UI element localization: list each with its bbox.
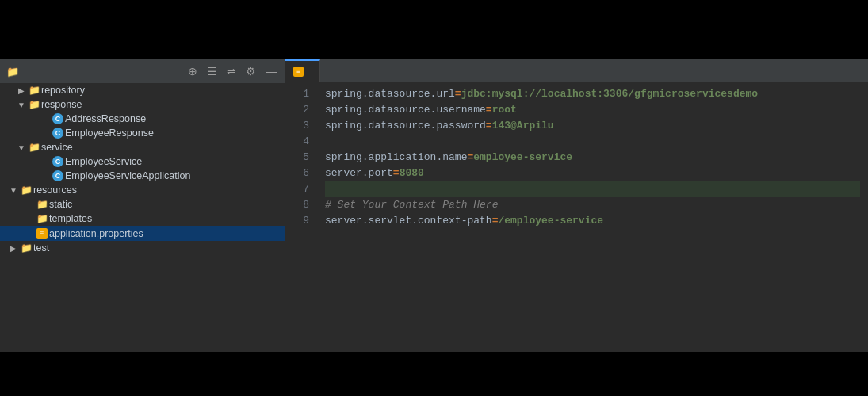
- label-AddressResponse: AddressResponse: [65, 113, 146, 124]
- code-span: spring.application.name: [325, 151, 467, 163]
- code-area[interactable]: spring.datasource.url=jdbc:mysql://local…: [317, 82, 868, 352]
- code-span: spring.datasource.password: [325, 120, 486, 131]
- line-num-2: 2: [285, 102, 317, 118]
- label-service: service: [41, 142, 73, 153]
- tree-item-EmployeeService[interactable]: C EmployeeService: [0, 154, 285, 169]
- label-resources: resources: [33, 185, 77, 196]
- collapse-all-icon[interactable]: ☰: [205, 64, 220, 78]
- tree-item-static[interactable]: 📁 static: [0, 197, 285, 211]
- icon-application.properties: ≡: [35, 227, 49, 239]
- code-span: 143@Arpilu: [492, 120, 554, 131]
- file-tree: ▶📁 repository▼📁 response C AddressRespon…: [0, 83, 285, 352]
- label-repository: repository: [41, 85, 85, 96]
- arrow-response: ▼: [16, 101, 27, 109]
- top-black-bar: [0, 0, 868, 59]
- icon-static: 📁: [35, 199, 49, 210]
- code-line-8: # Set Your Context Path Here: [325, 197, 860, 213]
- tree-item-test[interactable]: ▶📁 test: [0, 241, 285, 255]
- tree-item-AddressResponse[interactable]: C AddressResponse: [0, 112, 285, 126]
- code-span: server.port: [325, 167, 393, 179]
- line-num-3: 3: [285, 118, 317, 134]
- arrow-service: ▼: [16, 143, 27, 152]
- code-line-1: spring.datasource.url=jdbc:mysql://local…: [325, 86, 860, 102]
- code-line-3: spring.datasource.password=143@Arpilu: [325, 118, 860, 134]
- icon-test: 📁: [19, 242, 33, 253]
- label-EmployeeServiceApplication: EmployeeServiceApplication: [65, 170, 190, 181]
- label-templates: templates: [49, 213, 92, 224]
- tree-item-service[interactable]: ▼📁 service: [0, 140, 285, 154]
- icon-EmployeeResponse: C: [51, 128, 65, 139]
- code-line-6: server.port=8080: [325, 166, 860, 181]
- icon-repository: 📁: [27, 85, 41, 96]
- code-span: spring.datasource.username: [325, 104, 486, 116]
- code-line-9: server.servlet.context-path=/employee-se…: [325, 213, 860, 229]
- arrow-resources: ▼: [8, 186, 19, 195]
- code-span: =: [486, 104, 492, 116]
- label-EmployeeService: EmployeeService: [65, 156, 142, 167]
- tree-item-templates[interactable]: 📁 templates: [0, 211, 285, 226]
- line-num-4: 4: [285, 134, 317, 150]
- code-line-2: spring.datasource.username=root: [325, 102, 860, 118]
- icon-templates: 📁: [35, 213, 49, 224]
- code-span: # Set Your Context Path Here: [325, 199, 498, 211]
- label-EmployeeResponse: EmployeeResponse: [65, 128, 154, 139]
- icon-EmployeeService: C: [51, 156, 65, 167]
- tab-application-properties[interactable]: ≡: [285, 59, 320, 82]
- settings-icon[interactable]: ⚙: [243, 64, 258, 78]
- tree-item-application.properties[interactable]: ≡ application.properties: [0, 226, 285, 241]
- tab-bar: ≡: [285, 59, 868, 82]
- code-span: 8080: [400, 167, 424, 179]
- code-span: =: [393, 167, 400, 179]
- tab-props-icon: ≡: [293, 67, 304, 77]
- tree-item-repository[interactable]: ▶📁 repository: [0, 83, 285, 97]
- expand-all-icon[interactable]: ⊕: [185, 64, 200, 78]
- tree-item-EmployeeResponse[interactable]: C EmployeeResponse: [0, 126, 285, 140]
- label-application.properties: application.properties: [49, 228, 143, 239]
- icon-resources: 📁: [19, 185, 33, 196]
- line-num-8: 8: [285, 197, 317, 213]
- folder-icon: 📁: [6, 66, 19, 78]
- code-line-4: [325, 134, 860, 150]
- code-span: =: [486, 120, 492, 131]
- icon-service: 📁: [27, 142, 41, 153]
- code-span: spring.datasource.url: [325, 88, 455, 100]
- code-span: employee-service: [473, 151, 572, 163]
- code-line-7: [325, 181, 860, 197]
- code-span: root: [492, 104, 517, 116]
- line-num-5: 5: [285, 150, 317, 166]
- tree-item-EmployeeServiceApplication[interactable]: C EmployeeServiceApplication: [0, 169, 285, 183]
- bottom-black-bar: [0, 352, 868, 396]
- code-span: /employee-service: [498, 215, 603, 227]
- arrow-repository: ▶: [16, 86, 27, 95]
- line-num-6: 6: [285, 166, 317, 181]
- tree-item-response[interactable]: ▼📁 response: [0, 97, 285, 112]
- line-num-7: 7: [285, 181, 317, 197]
- tree-item-resources[interactable]: ▼📁 resources: [0, 183, 285, 197]
- sidebar-header: 📁 ⊕ ☰ ⇌ ⚙ —: [0, 59, 285, 83]
- icon-EmployeeServiceApplication: C: [51, 170, 65, 181]
- arrow-test: ▶: [8, 244, 19, 253]
- layout-icon[interactable]: ⇌: [224, 64, 239, 78]
- code-span: jdbc:mysql://localhost:3306/gfgmicroserv…: [461, 88, 758, 100]
- label-response: response: [41, 99, 82, 110]
- icon-AddressResponse: C: [51, 113, 65, 124]
- code-line-5: spring.application.name=employee-service: [325, 150, 860, 166]
- minimize-icon[interactable]: —: [263, 64, 279, 78]
- sidebar: 📁 ⊕ ☰ ⇌ ⚙ — ▶📁 repository▼📁 response C A…: [0, 59, 285, 352]
- label-test: test: [33, 242, 49, 253]
- main-content: 📁 ⊕ ☰ ⇌ ⚙ — ▶📁 repository▼📁 response C A…: [0, 59, 868, 352]
- line-num-1: 1: [285, 86, 317, 102]
- code-editor[interactable]: 123456789 spring.datasource.url=jdbc:mys…: [285, 82, 868, 352]
- code-span: =: [455, 88, 461, 100]
- icon-response: 📁: [27, 99, 41, 110]
- line-numbers: 123456789: [285, 82, 317, 352]
- editor-panel: ≡ 123456789 spring.datasource.url=jdbc:m…: [285, 59, 868, 352]
- line-num-9: 9: [285, 213, 317, 229]
- label-static: static: [49, 199, 72, 210]
- code-span: server.servlet.context-path: [325, 215, 492, 227]
